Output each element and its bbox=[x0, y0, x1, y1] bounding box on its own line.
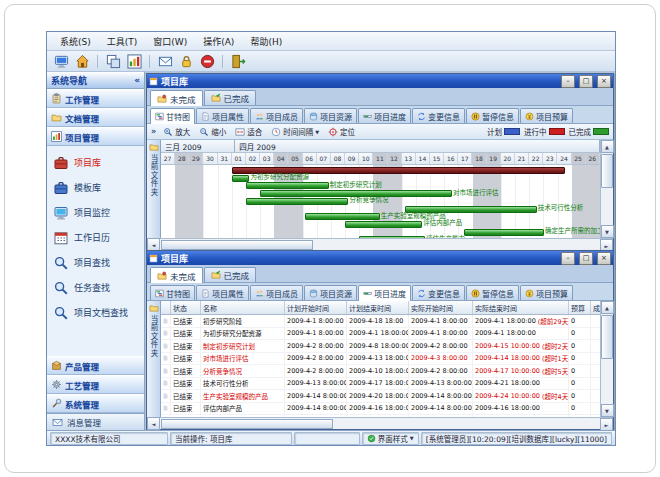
view-tab[interactable]: 项目资源 bbox=[304, 108, 357, 123]
gantt-bar[interactable] bbox=[246, 198, 349, 205]
scroll-up-icon[interactable]: ▲ bbox=[601, 301, 614, 314]
menu-item[interactable]: 操作(A) bbox=[196, 34, 241, 49]
table-row[interactable]: 已结束制定初步研究计划2009-4-2 8:00:002009-4-8 18:0… bbox=[161, 340, 600, 353]
sidebar-item-project-doc-search[interactable]: 项目文档查找 bbox=[50, 301, 141, 324]
sidebar-panel-process-management[interactable]: 工艺管理 bbox=[47, 375, 144, 394]
table-row[interactable]: 已结束对市场进行评估2009-4-2 8:00:002009-4-13 18:0… bbox=[161, 353, 600, 366]
sidebar-panel-project-management[interactable]: 项目管理 bbox=[47, 127, 144, 146]
restore-button[interactable]: □ bbox=[579, 75, 593, 88]
ui-style-dropdown[interactable]: 界面样式 ▼ bbox=[362, 432, 419, 445]
scroll-down-icon[interactable]: ▼ bbox=[601, 404, 614, 417]
view-tab[interactable]: 项目预算 bbox=[520, 108, 573, 123]
table-column-header[interactable]: 预算 bbox=[569, 301, 591, 314]
gantt-bar[interactable] bbox=[359, 236, 425, 238]
folder-tab[interactable]: 已完成 bbox=[204, 90, 257, 105]
scroll-right-icon[interactable]: ► bbox=[600, 418, 613, 430]
view-tab[interactable]: 甘特图 bbox=[150, 285, 195, 300]
restore-button[interactable]: □ bbox=[579, 252, 593, 265]
view-tab[interactable]: 项目成员 bbox=[250, 285, 303, 300]
sidebar-item-project-monitor[interactable]: 项目监控 bbox=[50, 201, 141, 224]
table-row[interactable]: 已结束分析竞争情况2009-4-2 8:00:002009-4-10 18:00… bbox=[161, 365, 600, 378]
table-column-header[interactable]: 名称 bbox=[201, 301, 285, 314]
view-tab[interactable]: 项目属性 bbox=[196, 285, 249, 300]
table-column-header[interactable]: 实际结束时间 bbox=[473, 301, 569, 314]
gantt-vscroll-thumb[interactable] bbox=[601, 154, 613, 188]
sidebar-item-project-search[interactable]: 项目查找 bbox=[50, 251, 141, 274]
view-tab[interactable]: 项目属性 bbox=[196, 108, 249, 123]
folder-tab[interactable]: 未完成 bbox=[150, 267, 203, 283]
locate-button[interactable]: 定位 bbox=[326, 126, 357, 137]
table-row[interactable]: 已结束初步研究阶段2009-4-1 8:00:002009-4-18 18:00… bbox=[161, 315, 600, 328]
folder-tab[interactable]: 未完成 bbox=[150, 90, 203, 106]
gantt-vscrollbar[interactable]: ▲ ▼ bbox=[600, 140, 613, 238]
scroll-down-icon[interactable]: ▼ bbox=[601, 225, 614, 238]
sidebar-panel-system-management[interactable]: 系统管理 bbox=[47, 394, 144, 413]
table-row[interactable]: 已结束技术可行性分析2009-4-13 8:00:002009-4-17 18:… bbox=[161, 378, 600, 391]
view-tab[interactable]: 暂停信息 bbox=[466, 108, 519, 123]
message-management-tab[interactable]: 消息管理 bbox=[47, 413, 144, 430]
table-row[interactable]: 已结束为初步研究分配资源2009-4-1 8:00:002009-4-1 18:… bbox=[161, 328, 600, 341]
fit-button[interactable]: 适合 bbox=[233, 126, 264, 137]
gantt-hscroll-thumb[interactable] bbox=[161, 240, 313, 250]
table-vscrollbar[interactable]: ▲ ▼ bbox=[600, 301, 613, 417]
gantt-window-titlebar[interactable]: 项目库 – □ × bbox=[147, 74, 613, 88]
menu-item[interactable]: 帮助(H) bbox=[243, 34, 289, 49]
minimize-button[interactable]: – bbox=[561, 75, 575, 88]
cards-button[interactable] bbox=[104, 53, 122, 70]
clock-button[interactable]: 时间间隔▼ bbox=[269, 126, 321, 137]
sidebar-item-project-library[interactable]: 项目库 bbox=[50, 151, 141, 174]
gantt-hscrollbar[interactable]: ◄ ► bbox=[147, 238, 613, 250]
sidebar-item-task-search[interactable]: 任务查找 bbox=[50, 276, 141, 299]
lock-button[interactable] bbox=[177, 53, 195, 70]
chart-button[interactable] bbox=[125, 53, 143, 70]
toolbar-overflow-icon[interactable]: » bbox=[151, 127, 156, 136]
view-tab[interactable]: 项目成员 bbox=[250, 108, 303, 123]
gantt-bar[interactable] bbox=[345, 221, 422, 228]
mail-button[interactable] bbox=[156, 53, 174, 70]
home-button[interactable] bbox=[73, 53, 91, 70]
table-column-header[interactable]: 实际开始时间 bbox=[409, 301, 473, 314]
table-column-header[interactable]: 状态 bbox=[171, 301, 201, 314]
table-column-header[interactable] bbox=[161, 301, 171, 314]
table-row[interactable]: 已结束生产实验室规模的产品2009-4-14 8:00:002009-4-20 … bbox=[161, 390, 600, 403]
close-button[interactable]: × bbox=[597, 252, 611, 265]
sidebar-panel-work-management[interactable]: 工作管理 bbox=[47, 89, 144, 108]
zoom-in-button[interactable]: 放大 bbox=[161, 126, 192, 137]
view-tab[interactable]: 甘特图 bbox=[150, 108, 195, 124]
table-hscroll-thumb[interactable] bbox=[161, 419, 333, 429]
view-tab[interactable]: 变更信息 bbox=[412, 108, 465, 123]
sidebar-item-template-library[interactable]: 模板库 bbox=[50, 176, 141, 199]
table-hscrollbar[interactable]: ◄ ► bbox=[147, 417, 613, 429]
sidebar-panel-product-management[interactable]: 产品管理 bbox=[47, 356, 144, 375]
gantt-bar[interactable] bbox=[305, 213, 379, 220]
table-row[interactable]: 已结束评估内部产品2009-4-14 8:00:002009-4-16 18:0… bbox=[161, 403, 600, 416]
table-column-header[interactable]: 成 bbox=[591, 301, 600, 314]
view-tab[interactable]: 项目预算 bbox=[520, 285, 573, 300]
minimize-button[interactable]: – bbox=[561, 252, 575, 265]
view-tab[interactable]: 项目进度 bbox=[358, 285, 411, 301]
folder-tab[interactable]: 已完成 bbox=[204, 267, 257, 282]
menu-item[interactable]: 窗口(W) bbox=[146, 34, 194, 49]
table-column-header[interactable]: 计划开始时间 bbox=[285, 301, 347, 314]
sidebar-panel-document-management[interactable]: 文档管理 bbox=[47, 108, 144, 127]
sidebar-item-work-calendar[interactable]: 工作日历 bbox=[50, 226, 141, 249]
view-tab[interactable]: 暂停信息 bbox=[466, 285, 519, 300]
zoom-out-button[interactable]: 缩小 bbox=[197, 126, 228, 137]
view-tab[interactable]: 变更信息 bbox=[412, 285, 465, 300]
menu-item[interactable]: 系统(S) bbox=[53, 34, 98, 49]
computer-button[interactable] bbox=[52, 53, 70, 70]
view-tab[interactable]: 项目资源 bbox=[304, 285, 357, 300]
progress-window-titlebar[interactable]: 项目库 – □ × bbox=[147, 251, 613, 265]
current-folder-tab[interactable]: 当前文件夹 bbox=[147, 140, 161, 238]
gantt-bar[interactable] bbox=[464, 229, 544, 236]
stop-button[interactable] bbox=[198, 53, 216, 70]
table-vscroll-thumb[interactable] bbox=[601, 315, 613, 359]
view-tab[interactable]: 项目进度 bbox=[358, 108, 411, 123]
close-button[interactable]: × bbox=[597, 75, 611, 88]
gantt-bar[interactable] bbox=[246, 182, 329, 189]
scroll-up-icon[interactable]: ▲ bbox=[601, 140, 614, 153]
gantt-bar[interactable] bbox=[232, 175, 250, 182]
exit-button[interactable] bbox=[229, 53, 247, 70]
menu-item[interactable]: 工具(T) bbox=[100, 34, 145, 49]
table-column-header[interactable]: 计划结束时间 bbox=[347, 301, 409, 314]
